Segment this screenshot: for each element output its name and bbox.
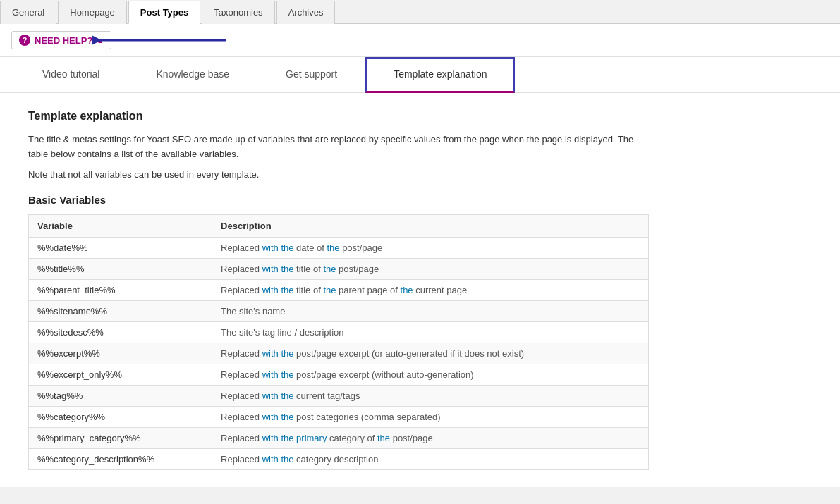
col-header-description: Description [212, 214, 649, 237]
table-row: %%primary_category%%Replaced with the pr… [29, 427, 649, 448]
variable-cell: %%primary_category%% [29, 427, 212, 448]
tab-post-types[interactable]: Post Types [128, 1, 200, 24]
variable-cell: %%category%% [29, 406, 212, 427]
section-title: Template explanation [28, 110, 649, 123]
help-tabs-bar: Video tutorial Knowledge base Get suppor… [0, 57, 840, 93]
table-row: %%sitename%%The site's name [29, 300, 649, 321]
variable-cell: %%sitename%% [29, 300, 212, 321]
variable-cell: %%title%% [29, 258, 212, 279]
description-cell: Replaced with the post/page excerpt (or … [212, 343, 649, 364]
description-cell: The site's name [212, 300, 649, 321]
arrow-decoration [92, 30, 247, 51]
table-row: %%parent_title%%Replaced with the title … [29, 279, 649, 300]
variable-cell: %%category_description%% [29, 448, 212, 469]
table-row: %%tag%%Replaced with the current tag/tag… [29, 385, 649, 406]
tab-archives[interactable]: Archives [276, 1, 336, 24]
table-row: %%category%%Replaced with the post categ… [29, 406, 649, 427]
table-row: %%sitedesc%%The site's tag line / descri… [29, 321, 649, 343]
description-cell: Replaced with the post categories (comma… [212, 406, 649, 427]
tab-template-explanation[interactable]: Template explanation [365, 57, 515, 93]
tab-get-support[interactable]: Get support [257, 57, 365, 93]
col-header-variable: Variable [29, 214, 212, 237]
svg-marker-1 [92, 35, 102, 45]
variable-cell: %%tag%% [29, 385, 212, 406]
variable-cell: %%date%% [29, 237, 212, 258]
note-paragraph: Note that not all variables can be used … [28, 169, 649, 180]
tab-general[interactable]: General [0, 1, 56, 24]
basic-variables-title: Basic Variables [28, 194, 649, 206]
variables-table: Variable Description %%date%%Replaced wi… [28, 214, 649, 470]
description-paragraph-1: The title & metas settings for Yoast SEO… [28, 133, 649, 162]
table-row: %%date%%Replaced with the date of the po… [29, 237, 649, 258]
tab-taxonomies[interactable]: Taxonomies [202, 1, 274, 24]
variable-cell: %%excerpt%% [29, 343, 212, 364]
description-cell: Replaced with the title of the parent pa… [212, 279, 649, 300]
description-cell: Replaced with the primary category of th… [212, 427, 649, 448]
table-row: %%category_description%%Replaced with th… [29, 448, 649, 469]
variable-cell: %%excerpt_only%% [29, 364, 212, 385]
help-bar: ? NEED HELP? ▲ [0, 24, 840, 57]
description-cell: The site's tag line / description [212, 321, 649, 343]
top-tabs-bar: General Homepage Post Types Taxonomies A… [0, 0, 840, 24]
description-cell: Replaced with the category description [212, 448, 649, 469]
description-cell: Replaced with the date of the post/page [212, 237, 649, 258]
main-content: Template explanation The title & metas s… [0, 93, 677, 487]
table-row: %%excerpt%%Replaced with the post/page e… [29, 343, 649, 364]
description-cell: Replaced with the title of the post/page [212, 258, 649, 279]
description-cell: Replaced with the current tag/tags [212, 385, 649, 406]
tab-video-tutorial[interactable]: Video tutorial [14, 57, 128, 93]
question-icon: ? [19, 35, 30, 46]
content-area: Video tutorial Knowledge base Get suppor… [0, 57, 840, 487]
help-label: NEED HELP? [35, 35, 92, 46]
description-cell: Replaced with the post/page excerpt (wit… [212, 364, 649, 385]
tab-knowledge-base[interactable]: Knowledge base [128, 57, 257, 93]
table-row: %%excerpt_only%%Replaced with the post/p… [29, 364, 649, 385]
tab-homepage[interactable]: Homepage [58, 1, 127, 24]
variable-cell: %%parent_title%% [29, 279, 212, 300]
table-row: %%title%%Replaced with the title of the … [29, 258, 649, 279]
variable-cell: %%sitedesc%% [29, 321, 212, 343]
